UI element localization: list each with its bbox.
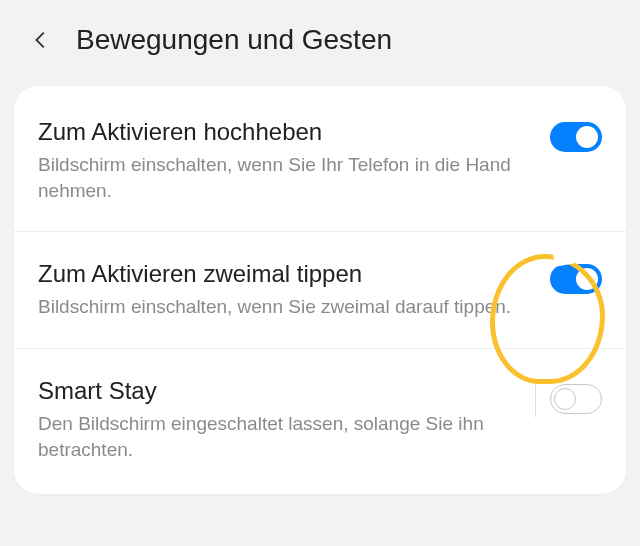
setting-text: Zum Aktivieren zweimal tippen Bildschirm… <box>38 260 550 320</box>
setting-lift-to-wake[interactable]: Zum Aktivieren hochheben Bildschirm eins… <box>14 90 626 232</box>
toggle-wrap <box>550 264 602 294</box>
page-title: Bewegungen und Gesten <box>76 24 392 56</box>
chevron-left-icon <box>30 29 52 51</box>
toggle-knob <box>554 388 576 410</box>
toggle-divider <box>535 381 536 417</box>
back-button[interactable] <box>30 25 60 55</box>
toggle-knob <box>576 126 598 148</box>
toggle-smart-stay[interactable] <box>550 384 602 414</box>
toggle-double-tap-wake[interactable] <box>550 264 602 294</box>
settings-card: Zum Aktivieren hochheben Bildschirm eins… <box>14 86 626 494</box>
toggle-wrap <box>535 381 602 417</box>
setting-title: Zum Aktivieren hochheben <box>38 118 534 146</box>
header: Bewegungen und Gesten <box>0 0 640 76</box>
setting-desc: Den Bildschirm eingeschaltet lassen, sol… <box>38 411 519 462</box>
setting-smart-stay[interactable]: Smart Stay Den Bildschirm eingeschaltet … <box>14 349 626 490</box>
setting-text: Zum Aktivieren hochheben Bildschirm eins… <box>38 118 550 203</box>
toggle-knob <box>576 268 598 290</box>
setting-desc: Bildschirm einschalten, wenn Sie Ihr Tel… <box>38 152 534 203</box>
setting-double-tap-wake[interactable]: Zum Aktivieren zweimal tippen Bildschirm… <box>14 232 626 349</box>
setting-title: Zum Aktivieren zweimal tippen <box>38 260 534 288</box>
toggle-wrap <box>550 122 602 152</box>
toggle-lift-to-wake[interactable] <box>550 122 602 152</box>
setting-desc: Bildschirm einschalten, wenn Sie zweimal… <box>38 294 534 320</box>
setting-title: Smart Stay <box>38 377 519 405</box>
setting-text: Smart Stay Den Bildschirm eingeschaltet … <box>38 377 535 462</box>
